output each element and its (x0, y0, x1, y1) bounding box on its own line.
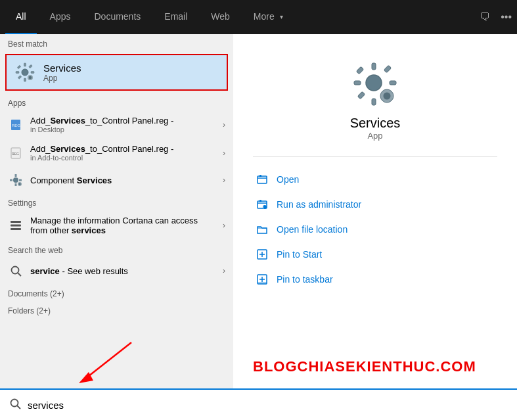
chevron-right-icon4: › (223, 221, 225, 230)
web-search-icon (8, 263, 24, 279)
settings-label: Settings (0, 193, 233, 210)
svg-rect-46 (258, 282, 267, 284)
action-pin-taskbar-label: Pin to taskbar (277, 274, 333, 285)
svg-rect-22 (11, 221, 21, 223)
nav-right: 🗨 ••• (480, 11, 512, 23)
action-run-as-admin[interactable]: ! Run as administrator (253, 193, 497, 216)
action-open-file-location[interactable]: Open file location (253, 218, 497, 241)
svg-point-47 (11, 400, 18, 407)
svg-rect-2 (24, 78, 26, 82)
left-panel: Best match (0, 34, 233, 388)
main-container: Best match (0, 34, 517, 388)
folders-label: Folders (2+) (0, 301, 233, 318)
svg-rect-31 (390, 81, 396, 85)
svg-rect-28 (372, 63, 376, 70)
action-admin-label: Run as administrator (277, 199, 361, 210)
svg-point-25 (12, 267, 19, 274)
folder-icon (256, 223, 269, 236)
tab-email[interactable]: Email (154, 0, 198, 34)
reg-file-icon2: REG (8, 145, 24, 161)
tab-apps[interactable]: Apps (39, 0, 81, 34)
open-icon (256, 173, 269, 186)
top-nav: All Apps Documents Email Web More ▾ 🗨 ••… (0, 0, 517, 34)
tab-web[interactable]: Web (200, 0, 240, 34)
svg-rect-3 (16, 72, 19, 74)
component-services-icon (8, 172, 24, 188)
svg-text:REG: REG (12, 124, 20, 128)
best-match-title: Services (43, 62, 81, 74)
svg-rect-29 (372, 99, 376, 105)
list-item-component-text: Component Services (30, 175, 216, 185)
pin-start-icon (256, 248, 269, 261)
tab-all[interactable]: All (5, 0, 37, 34)
tab-more[interactable]: More ▾ (243, 0, 294, 34)
chevron-right-icon2: › (223, 149, 225, 158)
app-hero-title: Services (350, 116, 401, 131)
pin-taskbar-icon (256, 273, 269, 286)
apps-label: Apps (0, 93, 233, 110)
services-app-icon (14, 62, 35, 83)
svg-point-10 (29, 76, 32, 79)
best-match-label: Best match (0, 34, 233, 51)
action-open[interactable]: Open (253, 168, 497, 191)
svg-point-21 (19, 183, 21, 185)
more-label: More (254, 11, 275, 22)
chevron-down-icon: ▾ (280, 13, 283, 20)
settings-icon (8, 218, 24, 233)
tab-documents[interactable]: Documents (83, 0, 151, 34)
action-open-label: Open (277, 174, 299, 185)
svg-rect-18 (10, 179, 12, 181)
action-list: Open ! Run as administrator Open file lo… (253, 168, 497, 291)
svg-point-37 (384, 93, 391, 100)
svg-rect-17 (15, 183, 17, 186)
svg-rect-35 (384, 65, 391, 72)
chevron-right-icon: › (223, 120, 225, 129)
right-panel: Services App Open ! Run as administrator (233, 34, 517, 388)
svg-rect-5 (17, 65, 21, 69)
list-item-reg2[interactable]: REG Add_Services_to_Control Panel.reg - … (0, 139, 233, 167)
best-match-text: Services App (43, 62, 81, 83)
list-item-web-search[interactable]: service - See web results › (0, 258, 233, 284)
svg-line-26 (18, 273, 21, 276)
chevron-right-icon3: › (223, 175, 225, 185)
list-item-cortana-settings[interactable]: Manage the information Cortana can acces… (0, 210, 233, 241)
svg-rect-38 (258, 176, 267, 183)
svg-rect-41 (259, 200, 261, 202)
svg-rect-24 (11, 228, 21, 230)
web-search-text: service - See web results (30, 266, 216, 276)
best-match-subtitle: App (43, 74, 81, 83)
svg-rect-19 (19, 179, 22, 181)
list-item-reg1[interactable]: REG Add_Services_to_Control Panel.reg - … (0, 110, 233, 139)
svg-line-48 (17, 406, 20, 409)
list-item-reg2-text: Add_Services_to_Control Panel.reg - in A… (30, 144, 216, 162)
action-file-location-label: Open file location (277, 224, 348, 235)
svg-rect-1 (24, 63, 26, 66)
list-item-reg1-text: Add_Services_to_Control Panel.reg - in D… (30, 116, 216, 133)
documents-label: Documents (2+) (0, 284, 233, 301)
best-match-item[interactable]: Services App (5, 54, 228, 91)
more-options-icon[interactable]: ••• (501, 11, 512, 23)
app-hero: Services App (253, 47, 497, 157)
feedback-icon[interactable]: 🗨 (480, 11, 490, 23)
svg-rect-4 (31, 72, 34, 74)
chevron-right-icon5: › (223, 266, 225, 275)
svg-rect-8 (29, 64, 33, 68)
search-web-label: Search the web (0, 241, 233, 258)
svg-rect-30 (354, 81, 361, 85)
svg-point-0 (22, 69, 28, 76)
list-item-component-services[interactable]: Component Services › (0, 167, 233, 193)
hero-services-icon (351, 60, 399, 108)
action-pin-to-taskbar[interactable]: Pin to taskbar (253, 268, 497, 291)
search-input[interactable] (28, 400, 508, 411)
search-icon (9, 398, 21, 412)
app-hero-subtitle: App (367, 131, 382, 141)
svg-rect-16 (15, 174, 17, 177)
admin-icon: ! (256, 198, 269, 211)
svg-point-15 (13, 177, 18, 183)
svg-rect-23 (11, 225, 21, 227)
action-pin-to-start[interactable]: Pin to Start (253, 243, 497, 266)
watermark: BLOGCHIASEKIENTHUC.COM (253, 345, 497, 375)
svg-text:REG: REG (12, 152, 19, 156)
reg-file-icon: REG (8, 117, 24, 133)
svg-rect-7 (18, 76, 22, 80)
